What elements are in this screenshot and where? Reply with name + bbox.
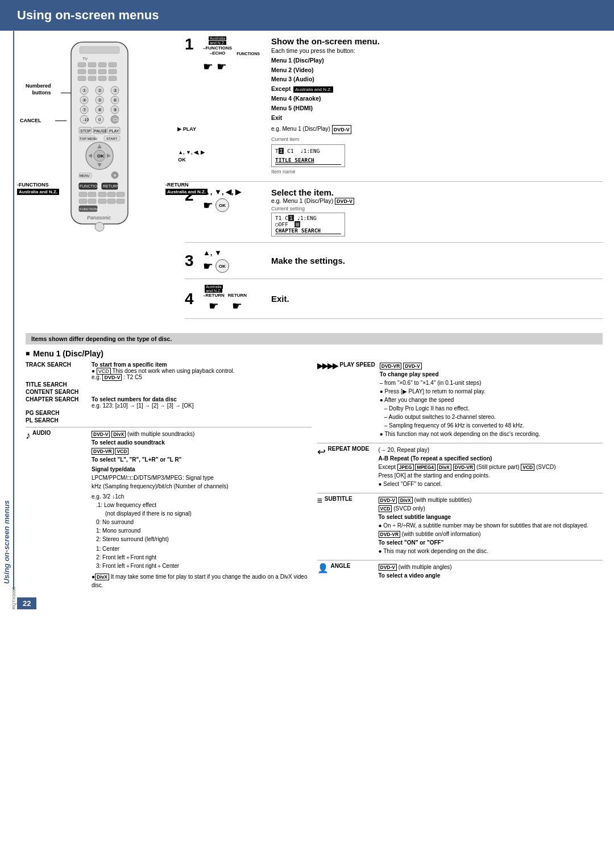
bottom-left-col: TRACK SEARCH To start from a specific it… bbox=[26, 362, 312, 589]
step-2-content: Select the item. e.g. Menu 1 (Disc/Play)… bbox=[271, 188, 354, 236]
step-2-icons: ▲, ▼, ◀, ▶ ☛ OK bbox=[203, 188, 265, 212]
page-number: 22 bbox=[17, 597, 36, 609]
notice-bar: Items shown differ depending on the type… bbox=[26, 333, 603, 344]
svg-text:FUNCTIONS: FUNCTIONS bbox=[80, 207, 99, 211]
step-1-content: Show the on-screen menu. Each time you p… bbox=[271, 36, 380, 176]
label-line-numbered bbox=[61, 93, 71, 93]
page-title: Using on-screen menus bbox=[17, 8, 159, 22]
svg-text:FUNCTIONS: FUNCTIONS bbox=[80, 184, 103, 188]
pl-search-content bbox=[92, 417, 312, 423]
svg-text:Panasonic: Panasonic bbox=[87, 215, 111, 221]
step-1-number: 1 bbox=[185, 36, 197, 52]
remote-svg: TV bbox=[37, 36, 162, 258]
svg-rect-72 bbox=[107, 199, 115, 203]
svg-text:⑦: ⑦ bbox=[82, 107, 86, 113]
svg-rect-73 bbox=[117, 199, 125, 203]
remote-label-return: -RETURN Australia and N.Z. bbox=[165, 182, 208, 195]
subtitle-content: DVD-V DivX (with multiple subtitles) VCD… bbox=[379, 496, 588, 555]
svg-rect-4 bbox=[88, 63, 96, 67]
remote-label-numbered: Numbered buttons bbox=[26, 83, 51, 96]
remote-label-functions: -FUNCTIONS Australia and N.Z. bbox=[17, 182, 59, 195]
angle-row: 👤 ANGLE DVD-V (with multiple angles) To … bbox=[317, 563, 603, 580]
search-items-grid: TRACK SEARCH To start from a specific it… bbox=[26, 362, 312, 423]
svg-text:OK: OK bbox=[97, 153, 104, 159]
page-header: Using on-screen menus bbox=[0, 0, 614, 31]
play-speed-label: PLAY SPEED bbox=[340, 362, 375, 368]
bottom-right-col: ▶▶▶▶ PLAY SPEED DVD-VR DVD-V To change p… bbox=[317, 362, 603, 589]
play-speed-content: DVD-VR DVD-V To change play speed – from… bbox=[380, 362, 540, 438]
svg-rect-67 bbox=[107, 192, 115, 197]
step-1-desc: Each time you press the button: Menu 1 (… bbox=[271, 46, 380, 176]
svg-text:START: START bbox=[106, 137, 117, 140]
track-search-label: TRACK SEARCH bbox=[26, 362, 88, 380]
current-item-label: Current item bbox=[271, 135, 380, 143]
repeat-mode-row: ↩ REPEAT MODE (→ 20, Repeat play) A-B Re… bbox=[317, 446, 603, 488]
au-badge-step1: Australia and N.Z. bbox=[293, 86, 333, 93]
remote-label-nav: ▲, ▼, ◀, ▶ OK bbox=[178, 149, 205, 163]
angle-icon: 👤 bbox=[317, 563, 329, 574]
inner-content: TV bbox=[14, 31, 614, 589]
svg-text:C10: C10 bbox=[113, 118, 121, 122]
content-search-label: CONTENT SEARCH bbox=[26, 389, 88, 395]
osd-step1: TI C1 ♩1:ENG TITLE SEARCH bbox=[271, 144, 345, 167]
content-search-content bbox=[92, 389, 312, 395]
svg-rect-7 bbox=[78, 69, 86, 74]
svg-text:⑤: ⑤ bbox=[98, 98, 102, 103]
svg-rect-1 bbox=[80, 47, 119, 53]
top-region: TV bbox=[14, 31, 614, 330]
svg-rect-66 bbox=[98, 192, 106, 197]
step-4-icons: Australia and N.Z. –RETURN ☛ RETURN ☛ bbox=[203, 285, 265, 313]
step-4: 4 Australia and N.Z. –RETURN ☛ RETURN ☛ bbox=[185, 285, 603, 319]
subtitle-label: SUBTITLE bbox=[325, 496, 352, 502]
audio-content: DVD-V DivX (with multiple soundtracks) T… bbox=[92, 430, 312, 589]
repeat-mode-icon: ↩ bbox=[317, 446, 326, 458]
step-1-title: Show the on-screen menu. bbox=[271, 36, 380, 46]
repeat-mode-label: REPEAT MODE bbox=[328, 446, 370, 452]
page: Using on-screen menus Using on-screen me… bbox=[0, 0, 614, 868]
svg-rect-64 bbox=[79, 192, 87, 197]
svg-text:③: ③ bbox=[113, 88, 117, 93]
pg-search-label: PG SEARCH bbox=[26, 410, 88, 416]
step-4-number: 4 bbox=[185, 291, 197, 307]
step-4-title: Exit. bbox=[271, 294, 289, 304]
au-nz-badge-return: Australia and N.Z. bbox=[165, 189, 208, 195]
content-wrapper: Using on-screen menus TV bbox=[0, 31, 614, 589]
svg-text:②: ② bbox=[98, 88, 102, 93]
sidebar-label: Using on-screen menus bbox=[0, 31, 14, 589]
au-nz-badge-functions: Australia and N.Z. bbox=[17, 189, 59, 195]
step-2-title: Select the item. bbox=[271, 188, 354, 197]
svg-text:⑨: ⑨ bbox=[113, 107, 117, 113]
svg-rect-70 bbox=[88, 199, 96, 203]
menu-section-title: Menu 1 (Disc/Play) bbox=[26, 349, 603, 358]
pl-search-label: PL SEARCH bbox=[26, 417, 88, 423]
svg-rect-11 bbox=[78, 76, 86, 81]
step-2: 2 ▲, ▼, ◀, ▶ ☛ OK Select the item. bbox=[185, 188, 603, 243]
remote-control-area: TV bbox=[26, 36, 173, 325]
svg-rect-13 bbox=[98, 76, 106, 81]
steps-area: 1 Australia and N.Z. –FUNCTIONS–ECHO FUN… bbox=[185, 36, 603, 325]
svg-rect-10 bbox=[109, 69, 117, 74]
title-search-label: TITLE SEARCH bbox=[26, 381, 88, 388]
track-search-header: To start from a specific item ● VCD This… bbox=[92, 362, 312, 380]
title-search-content bbox=[92, 381, 312, 388]
svg-text:PLAY: PLAY bbox=[109, 129, 119, 133]
pg-search-content bbox=[92, 410, 312, 416]
svg-rect-68 bbox=[117, 192, 125, 197]
svg-text:④: ④ bbox=[82, 98, 86, 103]
svg-rect-9 bbox=[98, 69, 106, 74]
svg-rect-6 bbox=[109, 63, 117, 67]
svg-rect-69 bbox=[79, 199, 87, 203]
chapter-search-header: To select numbers for data disc e.g. 123… bbox=[92, 396, 312, 409]
svg-rect-3 bbox=[78, 63, 86, 67]
subtitle-row: ≡ SUBTITLE DVD-V DivX (with multiple sub… bbox=[317, 496, 603, 555]
label-line-cancel bbox=[55, 121, 67, 121]
svg-text:RETURN: RETURN bbox=[103, 184, 119, 188]
svg-rect-5 bbox=[98, 63, 106, 67]
svg-rect-12 bbox=[88, 76, 96, 81]
remote-label-play: ▶ PLAY bbox=[177, 126, 196, 132]
remote-label-cancel: CANCEL bbox=[20, 118, 42, 123]
svg-rect-65 bbox=[88, 192, 96, 197]
footer-code: RQTX0099 bbox=[11, 587, 16, 609]
chapter-search-label: CHAPTER SEARCH bbox=[26, 396, 88, 409]
svg-text:STOP: STOP bbox=[80, 129, 91, 133]
